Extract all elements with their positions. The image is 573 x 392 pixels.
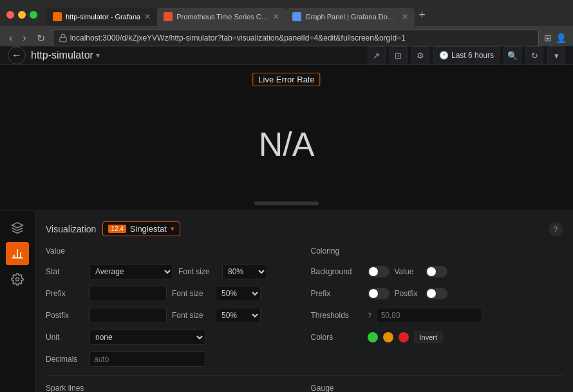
settings-button[interactable]: ⚙: [411, 46, 429, 64]
font-size-select-2[interactable]: 50%60%70%80%: [216, 286, 261, 301]
viz-type: Singlestat: [130, 224, 167, 234]
panel-title: Live Error Rate: [252, 73, 320, 86]
prefix-row: Prefix Font size 50%60%70%80%: [46, 285, 298, 302]
dashboard-name[interactable]: http-simulator ▾: [31, 50, 100, 61]
thresholds-input[interactable]: [377, 308, 482, 323]
prefix-input[interactable]: [89, 286, 167, 301]
traffic-light-yellow[interactable]: [18, 11, 26, 19]
tab-label-1: http-simulator - Grafana: [66, 13, 140, 21]
layers-icon: [11, 221, 24, 234]
refresh-icon: ↻: [531, 51, 538, 61]
stat-label: Stat: [46, 267, 84, 276]
time-picker[interactable]: 🕐 Last 6 hours: [433, 46, 500, 64]
share-icon: ↗: [373, 51, 380, 61]
options-grid: Value Stat AverageMinMaxCurrentTotal Fon…: [46, 247, 563, 368]
prefix-toggle[interactable]: [368, 288, 390, 299]
viz-version: 12.4: [108, 225, 126, 233]
value-section-title: Value: [46, 247, 298, 256]
share-button[interactable]: ↗: [368, 46, 386, 64]
postfix-input[interactable]: [89, 308, 167, 323]
thresholds-help-icon[interactable]: ?: [368, 312, 371, 319]
sidebar-icon-settings[interactable]: [6, 268, 29, 291]
sidebar-icon-layers[interactable]: [6, 216, 29, 239]
tab-label-3: Graph Panel | Grafana Docume...: [305, 13, 398, 21]
value-label: Value: [395, 267, 420, 276]
time-range-label: Last 6 hours: [451, 51, 494, 60]
bottom-section: Spark lines Show Gauge Show: [46, 375, 563, 392]
dashboard-title: http-simulator: [31, 50, 93, 61]
invert-button[interactable]: Invert: [414, 331, 444, 343]
coloring-section-title: Coloring: [311, 247, 563, 256]
section-title: Visualization: [46, 224, 96, 234]
spark-lines-section: Spark lines Show: [46, 384, 298, 392]
color-dot-1[interactable]: [368, 332, 378, 342]
gear-icon: ⚙: [417, 51, 424, 61]
postfix-toggle[interactable]: [426, 288, 447, 299]
postfix-label: Postfix: [46, 311, 84, 320]
forward-button[interactable]: ›: [20, 31, 28, 45]
sidebar-icon-chart[interactable]: [6, 242, 29, 265]
tab-close-3[interactable]: ✕: [402, 12, 408, 21]
postfix-row: Postfix Font size 50%60%70%80%: [46, 307, 298, 324]
svg-point-6: [16, 278, 19, 281]
new-tab-button[interactable]: +: [415, 8, 429, 22]
font-size-select-1[interactable]: 80%50%60%70%90%100%: [222, 264, 267, 279]
viz-selector[interactable]: 12.4 Singlestat ▾: [102, 221, 180, 236]
stat-select[interactable]: AverageMinMaxCurrentTotal: [89, 264, 173, 279]
color-dot-2[interactable]: [383, 332, 393, 342]
tab-favicon-graph: [292, 12, 301, 21]
tab-close-1[interactable]: ✕: [144, 12, 151, 21]
clock-icon: 🕐: [439, 51, 449, 60]
topbar-actions: ↗ ⊡ ⚙ 🕐 Last 6 hours 🔍 ↻ ▾: [368, 46, 565, 64]
edit-area: Visualization 12.4 Singlestat ▾ ? Value …: [0, 210, 573, 392]
background-row: Background Value: [311, 263, 563, 280]
scrollbar[interactable]: [254, 201, 319, 205]
panel-content: Live Error Rate N/A: [5, 70, 568, 205]
panel-value: N/A: [259, 125, 315, 163]
save-icon: ⊡: [395, 51, 402, 61]
tab-1[interactable]: http-simulator - Grafana ✕: [46, 8, 157, 26]
coloring-column: Coloring Background Value Prefix Postfix: [311, 247, 563, 368]
refresh-dropdown[interactable]: ▾: [547, 46, 565, 64]
unit-select[interactable]: noneshortpercent: [89, 330, 205, 345]
thresholds-row: Thresholds ?: [311, 307, 563, 324]
color-dot-3[interactable]: [399, 332, 409, 342]
extensions-button[interactable]: ⊞: [544, 33, 552, 43]
prefix-label: Prefix: [46, 289, 84, 298]
chevron-down-icon: ▾: [96, 51, 100, 60]
refresh-button[interactable]: ↻: [525, 46, 543, 64]
background-label: Background: [311, 267, 362, 276]
font-size-select-3[interactable]: 50%60%70%80%: [216, 308, 261, 323]
value-column: Value Stat AverageMinMaxCurrentTotal Fon…: [46, 247, 298, 368]
prefix-coloring-label: Prefix: [311, 289, 362, 298]
save-button[interactable]: ⊡: [390, 46, 408, 64]
decimals-input[interactable]: [89, 351, 205, 367]
unit-label: Unit: [46, 333, 84, 342]
tab-close-2[interactable]: ✕: [273, 12, 279, 21]
stat-row: Stat AverageMinMaxCurrentTotal Font size…: [46, 263, 298, 280]
svg-rect-0: [59, 37, 66, 41]
tab-favicon-grafana: [53, 12, 62, 21]
traffic-light-red[interactable]: [6, 11, 14, 19]
traffic-light-green[interactable]: [30, 11, 37, 19]
back-button[interactable]: ←: [8, 46, 26, 64]
lock-icon: [59, 33, 68, 42]
spark-lines-title: Spark lines: [46, 384, 298, 392]
tab-3[interactable]: Graph Panel | Grafana Docume... ✕: [286, 8, 415, 26]
tab-2[interactable]: Prometheus Time Series Colle... ✕: [157, 8, 286, 26]
search-button[interactable]: 🔍: [503, 46, 521, 64]
grafana-app: ← http-simulator ▾ ↗ ⊡ ⚙ 🕐 Last 6 hours …: [0, 46, 573, 392]
value-toggle[interactable]: [426, 266, 447, 277]
reload-button[interactable]: ↻: [34, 31, 48, 46]
profile-button[interactable]: 👤: [556, 33, 567, 43]
back-button[interactable]: ‹: [6, 31, 15, 45]
unit-row: Unit noneshortpercent: [46, 329, 298, 346]
address-text: localhost:3000/d/kZjxeYVWz/http-simulato…: [70, 33, 406, 42]
section-header: Visualization 12.4 Singlestat ▾ ?: [46, 221, 563, 236]
tab-label-2: Prometheus Time Series Colle...: [176, 13, 269, 21]
svg-marker-1: [12, 223, 23, 228]
postfix-coloring-label: Postfix: [395, 289, 420, 298]
background-toggle[interactable]: [368, 266, 390, 277]
help-button[interactable]: ?: [549, 222, 563, 236]
address-bar[interactable]: localhost:3000/d/kZjxeYVWz/http-simulato…: [53, 30, 539, 46]
